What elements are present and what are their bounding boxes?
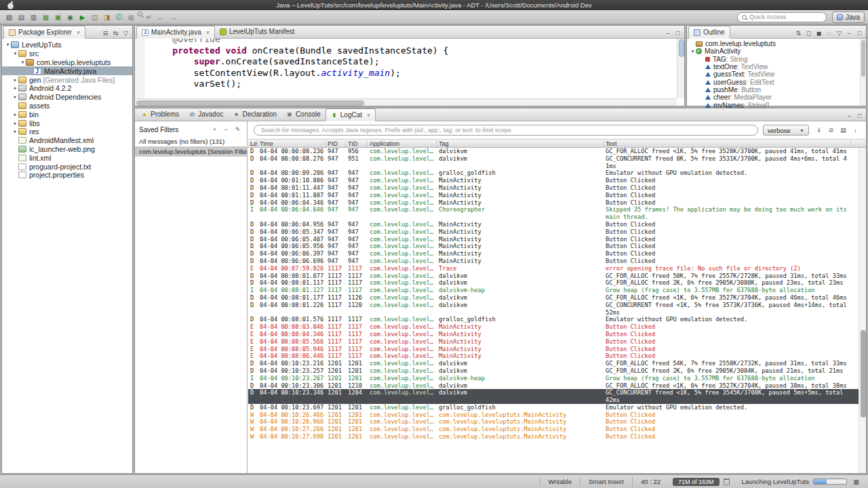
logcat-filter-item[interactable]: com.levelup.leveluptuts (Session Filter) [135,146,247,157]
remove-filter-icon[interactable]: − [221,125,231,134]
debug-icon[interactable]: ◉ [64,12,76,22]
log-row[interactable]: D04-04 00:10:23.21612011201com.levelup.l… [248,360,859,367]
expand-arrow-icon[interactable]: ▸ [12,121,18,126]
log-row[interactable]: D04-04 00:08:01.57611171117com.levelup.l… [248,316,859,323]
column-header-tag[interactable]: Tag [437,140,604,147]
minimize-icon[interactable]: – [844,111,854,121]
outline-item-pushme[interactable]: pushMe : Button [687,86,866,94]
progress-view-icon[interactable]: ▦ [851,477,861,487]
outline-item-mainactivity[interactable]: ▾MainActivity [687,47,866,55]
minimize-icon[interactable]: – [844,28,854,38]
display-saved-filters-view-icon[interactable]: ▤ [838,125,848,135]
tree-item-bin[interactable]: ▸bin [2,110,132,119]
run-icon[interactable]: ▶ [77,12,88,22]
tree-item-assets[interactable]: assets [2,102,132,110]
tree-item-leveluptuts[interactable]: ▾LevelUpTuts [2,41,132,49]
outline-item-guesstext[interactable]: guessText : TextView [687,70,866,78]
collapse-all-icon[interactable]: ⊟ [100,28,111,38]
tab-javadoc[interactable]: @Javadoc [184,108,228,121]
collapse-arrow-icon[interactable]: ▾ [12,51,18,56]
close-icon[interactable]: × [77,29,80,36]
log-row[interactable]: D04-04 00:10:23.25712011201com.levelup.l… [248,367,859,375]
close-icon[interactable]: × [367,112,370,119]
log-row[interactable]: E04-04 00:08:06.44611171117com.levelup.l… [248,352,859,360]
expand-arrow-icon[interactable]: ▸ [12,112,18,117]
logcat-filter-item[interactable]: All messages (no filters) (131) [135,136,247,146]
save-log-icon[interactable]: ⇓ [814,125,824,135]
view-menu-icon[interactable]: ▽ [834,28,844,38]
link-with-editor-icon[interactable]: ⇆ [111,28,121,38]
breakpoint-ruler[interactable] [135,39,144,100]
add-filter-icon[interactable]: + [210,125,220,134]
outline-item-cheer[interactable]: cheer : MediaPlayer [687,94,866,101]
scrollbar-thumb[interactable] [679,39,684,57]
outline-item-userguess[interactable]: userGuess : EditText [687,78,866,85]
tree-item-android-dependencies[interactable]: ▸Android Dependencies [2,93,132,102]
open-type-icon[interactable]: ◎ [125,12,137,22]
editor-tab-mainactivity-java[interactable]: JMainActivity.java× [136,26,215,39]
tree-item-lint-xml[interactable]: lint.xml [2,153,132,162]
tree-item-androidmanifest-xml[interactable]: AndroidManifest.xml [2,136,132,145]
minimize-icon[interactable]: – [663,28,673,38]
log-level-dropdown[interactable]: verbose ▼ [763,125,809,136]
log-row[interactable]: I04-04 00:08:01.12711171117com.levelup.l… [248,287,859,294]
code-editor[interactable]: @Override protected void onCreate(Bundle… [135,39,684,100]
expand-arrow-icon[interactable]: ▸ [12,77,18,83]
hide-non-public-icon[interactable]: ◌ [824,28,834,38]
edit-filter-icon[interactable]: ✎ [233,125,243,134]
log-row[interactable]: I04-04 00:06:04.646947947com.levelup.lev… [248,206,859,221]
log-scrollbar[interactable] [859,148,866,473]
log-row[interactable]: D04-04 00:08:01.07711171117com.levelup.l… [248,272,859,280]
maximize-icon[interactable]: □ [854,28,865,38]
log-row[interactable]: E04-04 00:08:04.34611171117com.levelup.l… [248,331,859,338]
tab-declaration[interactable]: ◈Declaration [229,108,282,121]
editor-tab-leveluptuts-manifest[interactable]: LevelUpTuts Manifest [215,25,299,38]
maximize-icon[interactable]: □ [854,111,865,121]
editor-horizontal-scrollbar[interactable] [135,98,677,106]
log-row[interactable]: E04-04 00:08:05.94611171117com.levelup.l… [248,346,859,353]
log-row[interactable]: D04-04 00:01:10.886947947com.levelup.lev… [248,177,859,184]
tree-item-gen[interactable]: ▸gen[Generated Java Files] [2,75,132,84]
log-row[interactable]: D04-04 00:08:01.22611171120com.levelup.l… [248,302,859,317]
tree-item-ic-launcher-web-png[interactable]: ic_launcher-web.png [2,145,132,154]
new-wizard-icon[interactable]: ▧ [3,12,15,22]
close-icon[interactable]: × [206,29,210,36]
column-header-time[interactable]: Time [258,140,326,147]
column-header-tid[interactable]: TID [346,140,368,147]
log-row[interactable]: D04-04 00:10:23.69712011201com.levelup.l… [248,404,859,411]
tree-item-proguard-project-txt[interactable]: proguard-project.txt [2,162,132,171]
log-row[interactable]: D04-04 00:10:23.34612011204com.levelup.l… [248,389,859,404]
new-class-icon[interactable]: Ⓒ [113,12,125,22]
log-row[interactable]: D04-04 00:06:05.407947947com.levelup.lev… [248,236,859,243]
column-header-le[interactable]: Le.. [248,140,258,147]
expand-arrow-icon[interactable]: ▸ [12,129,18,134]
tree-item-project-properties[interactable]: project.properties [2,171,132,180]
log-row[interactable]: D04-04 00:00:08.276947951com.levelup.lev… [248,155,859,170]
log-row[interactable]: D04-04 00:08:01.11711171117com.levelup.l… [248,279,859,287]
expand-arrow-icon[interactable]: ▸ [12,94,18,100]
log-row[interactable]: D04-04 00:06:05.347947947com.levelup.lev… [248,228,859,236]
logcat-search-input[interactable] [254,125,758,136]
log-row[interactable]: D04-04 00:06:04.956947947com.levelup.lev… [248,221,859,228]
log-row[interactable]: E04-04 00:08:03.84611171117com.levelup.l… [248,323,859,331]
column-header-pid[interactable]: PID [326,140,346,147]
outline-item-tag[interactable]: TAG : String [687,56,866,63]
tree-item-mainactivity-java[interactable]: JMainActivity.java [2,66,132,75]
tree-item-com-levelup-leveluptuts[interactable]: ▾com.levelup.leveluptuts [2,58,132,67]
outline-item-com-levelup-leveluptuts[interactable]: com.levelup.leveluptuts [687,40,866,47]
collapse-arrow-icon[interactable]: ▾ [5,42,11,47]
back-icon[interactable]: ← [155,12,167,22]
scroll-to-end-icon[interactable]: ↓ [850,125,861,135]
new-java-project-icon[interactable]: ◫ [89,12,100,22]
print-icon[interactable]: ▥ [28,12,39,22]
android-sdk-manager-icon[interactable]: ▦ [40,12,52,22]
quick-access-box[interactable] [737,12,827,22]
column-header-text[interactable]: Text [604,140,851,147]
avd-manager-icon[interactable]: ▣ [52,12,64,22]
collapse-arrow-icon[interactable]: ▾ [690,49,696,54]
maximize-icon[interactable]: □ [673,28,683,38]
tree-item-android-4-2-2[interactable]: ▸Android 4.2.2 [2,84,132,93]
apple-icon[interactable] [7,1,14,11]
clear-log-icon[interactable]: ⊘ [826,125,836,135]
editor-vertical-scrollbar[interactable] [677,39,684,98]
